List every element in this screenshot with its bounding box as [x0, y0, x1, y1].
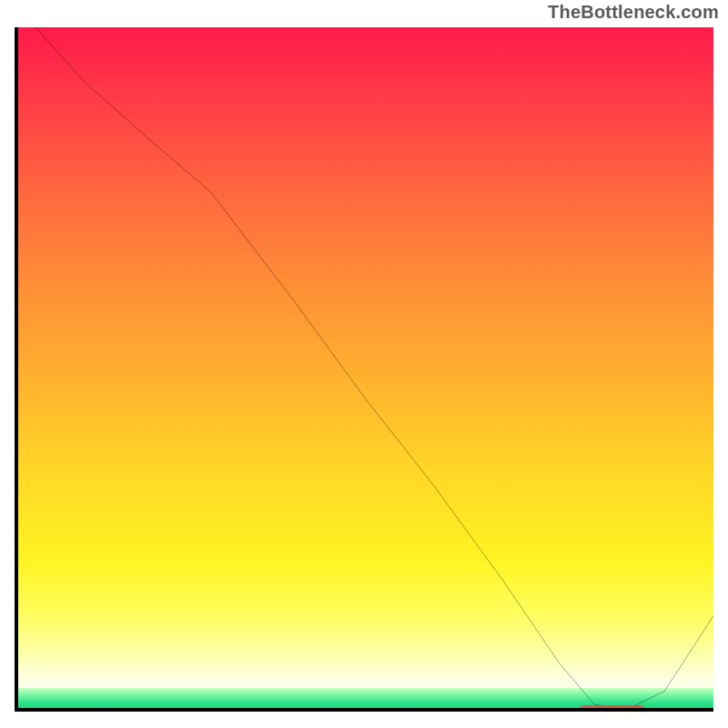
bottleneck-curve-path: [35, 27, 713, 708]
attribution-text: TheBottleneck.com: [548, 2, 719, 23]
x-axis-line: [15, 708, 713, 712]
chart-area: [15, 27, 713, 712]
curve-layer: [15, 27, 713, 712]
y-axis-line: [15, 27, 18, 712]
